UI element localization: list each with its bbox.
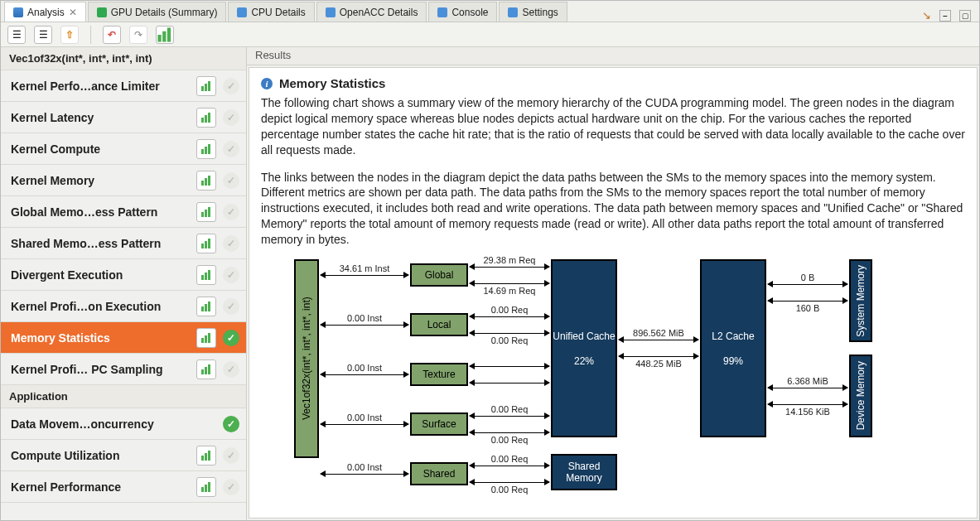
toolbar-btn-undo[interactable]: ↶ xyxy=(103,26,121,44)
svg-rect-29 xyxy=(208,333,210,343)
sidebar-item[interactable]: Memory Statistics✓ xyxy=(1,322,246,354)
status-icon: ✓ xyxy=(223,267,239,283)
sidebar-item[interactable]: Kernel Profi…on Execution✓ xyxy=(1,291,246,322)
maximize-icon[interactable]: ▢ xyxy=(959,10,971,22)
svg-rect-14 xyxy=(208,176,210,186)
status-icon: ✓ xyxy=(223,416,239,432)
chart-icon xyxy=(157,27,173,43)
minimize-icon[interactable]: ‒ xyxy=(939,10,951,22)
toolbar-btn-redo[interactable]: ↷ xyxy=(129,26,147,44)
chart-button[interactable] xyxy=(196,76,216,96)
link-inst-surface: 0.00 Inst xyxy=(321,424,408,425)
svg-rect-12 xyxy=(201,181,204,186)
node-device-memory: Device Memory xyxy=(849,355,872,437)
chart-button[interactable] xyxy=(196,297,216,316)
toolbar-btn-list1[interactable]: ☰ xyxy=(7,26,26,44)
sidebar-item[interactable]: Kernel Memory✓ xyxy=(1,165,246,196)
sidebar-item[interactable]: Shared Memo…ess Pattern✓ xyxy=(1,228,246,259)
sidebar-item[interactable]: Data Movem…oncurrency✓ xyxy=(1,408,246,440)
l2-cache-hit: 99% xyxy=(723,355,743,367)
tab-label: CPU Details xyxy=(251,7,305,18)
sidebar-item[interactable]: Kernel Compute✓ xyxy=(1,133,246,165)
sidebar-item[interactable]: Compute Utilization✓ xyxy=(1,440,246,471)
svg-rect-1 xyxy=(162,31,166,41)
chart-button[interactable] xyxy=(196,328,216,348)
chart-button[interactable] xyxy=(196,139,216,159)
chart-button[interactable] xyxy=(196,234,216,253)
node-system-memory: System Memory xyxy=(849,259,872,342)
svg-rect-13 xyxy=(205,178,207,186)
info-icon: i xyxy=(261,78,273,89)
results-title-row: i Memory Statistics xyxy=(261,76,965,90)
tool-icon[interactable]: ↘ xyxy=(922,9,931,22)
link-inst-shared: 0.00 Inst xyxy=(321,474,408,475)
tab-gpu-details[interactable]: GPU Details (Summary) xyxy=(88,2,227,22)
tab-label: Console xyxy=(451,7,488,18)
svg-rect-26 xyxy=(208,302,210,311)
results-paragraph-2: The links between the nodes in the diagr… xyxy=(261,170,965,248)
chart-button[interactable] xyxy=(196,171,216,191)
sidebar-item[interactable]: Kernel Performance✓ xyxy=(1,471,246,503)
gpu-icon xyxy=(97,7,107,17)
status-icon: ✓ xyxy=(223,78,239,94)
svg-rect-18 xyxy=(201,244,204,248)
chart-button[interactable] xyxy=(196,477,216,497)
svg-rect-15 xyxy=(201,212,204,217)
results-panel: Results i Memory Statistics The followin… xyxy=(247,47,979,520)
link-inst-local: 0.00 Inst xyxy=(321,325,408,326)
tab-console[interactable]: Console xyxy=(428,2,497,22)
tab-cpu-details[interactable]: CPU Details xyxy=(228,2,314,22)
sidebar-item[interactable]: Kernel Profi… PC Sampling✓ xyxy=(1,354,246,385)
sidebar-item-label: Kernel Memory xyxy=(11,174,190,187)
sidebar-item-label: Kernel Compute xyxy=(11,142,190,156)
svg-rect-28 xyxy=(205,335,207,343)
chart-button[interactable] xyxy=(196,108,216,128)
sidebar-item[interactable]: Kernel Perfo…ance Limiter✓ xyxy=(1,70,246,102)
sidebar-item[interactable]: Divergent Execution✓ xyxy=(1,259,246,291)
sidebar-item-label: Memory Statistics xyxy=(11,331,190,345)
svg-rect-11 xyxy=(208,144,210,154)
chart-button[interactable] xyxy=(196,202,216,222)
svg-rect-33 xyxy=(201,456,204,461)
sidebar-item-label: Kernel Latency xyxy=(11,111,190,124)
svg-rect-23 xyxy=(208,270,210,280)
cpu-icon xyxy=(237,7,247,17)
settings-icon xyxy=(508,7,518,17)
svg-rect-35 xyxy=(208,451,210,461)
status-icon: ✓ xyxy=(223,109,239,126)
chart-button[interactable] xyxy=(196,265,216,285)
status-icon: ✓ xyxy=(223,141,239,157)
svg-rect-9 xyxy=(201,149,204,154)
svg-rect-10 xyxy=(205,147,207,154)
node-kernel: Vec1of32x(int*, int*, int*, int) xyxy=(294,259,319,458)
kernel-group-header: Vec1of32x(int*, int*, int*, int) xyxy=(1,47,246,70)
svg-rect-25 xyxy=(205,304,207,311)
tab-label: GPU Details (Summary) xyxy=(111,7,218,18)
node-surface: Surface xyxy=(410,412,468,436)
link-inst-texture: 0.00 Inst xyxy=(321,374,408,375)
sidebar: Vec1of32x(int*, int*, int*, int) Kernel … xyxy=(1,47,247,520)
close-icon[interactable]: ✕ xyxy=(69,7,77,18)
toolbar-btn-list2[interactable]: ☰ xyxy=(34,26,52,44)
tab-openacc-details[interactable]: OpenACC Details xyxy=(316,2,427,22)
status-icon: ✓ xyxy=(223,361,239,378)
tab-analysis[interactable]: Analysis ✕ xyxy=(4,2,86,22)
link-uc-l2: 896.562 MiB448.25 MiB xyxy=(619,340,698,356)
svg-rect-30 xyxy=(201,369,204,374)
sidebar-item[interactable]: Global Memo…ess Pattern✓ xyxy=(1,196,246,228)
toolbar-btn-up[interactable]: ⇧ xyxy=(60,26,79,44)
shared-memory-label: Shared Memory xyxy=(553,461,616,484)
svg-rect-8 xyxy=(208,113,210,123)
tab-label: Analysis xyxy=(27,7,65,18)
sidebar-item[interactable]: Kernel Latency✓ xyxy=(1,102,246,133)
chart-button[interactable] xyxy=(196,446,216,466)
node-shared-memory: Shared Memory xyxy=(551,454,617,490)
sidebar-item-label: Kernel Performance xyxy=(11,480,190,494)
svg-rect-37 xyxy=(205,485,207,492)
node-local: Local xyxy=(410,313,468,336)
chart-button[interactable] xyxy=(196,359,216,379)
tab-label: OpenACC Details xyxy=(340,7,418,18)
toolbar-btn-chart[interactable] xyxy=(156,26,174,44)
tab-settings[interactable]: Settings xyxy=(499,2,567,22)
status-icon: ✓ xyxy=(223,172,239,189)
